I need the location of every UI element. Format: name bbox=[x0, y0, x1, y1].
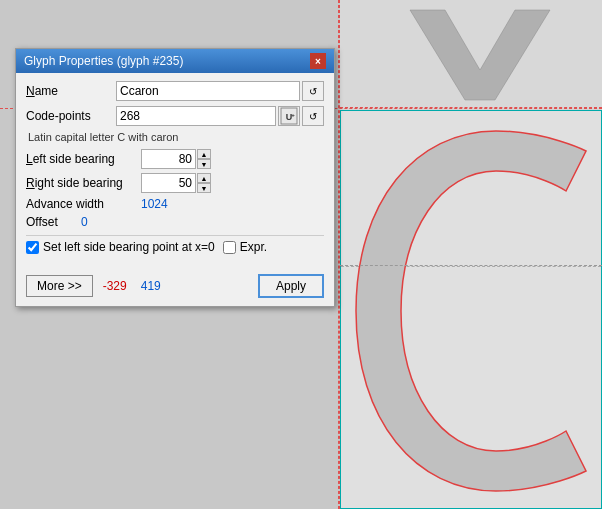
codepoints-row: Code-points U + ↺ bbox=[26, 106, 324, 126]
left-bearing-row: Left side bearing ▲ ▼ bbox=[26, 149, 324, 169]
unicode-button[interactable]: U + bbox=[278, 106, 300, 126]
more-button[interactable]: More >> bbox=[26, 275, 93, 297]
expr-label: Expr. bbox=[240, 240, 267, 254]
left-bearing-down[interactable]: ▼ bbox=[197, 159, 211, 169]
right-bearing-spinners: ▲ ▼ bbox=[197, 173, 211, 193]
glyph-description: Latin capital letter C with caron bbox=[26, 131, 324, 143]
name-input-group: ↺ bbox=[116, 81, 324, 101]
name-label: NNameame bbox=[26, 84, 116, 98]
name-refresh-button[interactable]: ↺ bbox=[302, 81, 324, 101]
divider bbox=[26, 235, 324, 236]
dialog-title: Glyph Properties (glyph #235) bbox=[24, 54, 183, 68]
dialog-titlebar: Glyph Properties (glyph #235) × bbox=[16, 49, 334, 73]
red-vertical-guide bbox=[338, 0, 339, 509]
offset-value: 0 bbox=[81, 215, 88, 229]
codepoints-label: Code-points bbox=[26, 109, 116, 123]
right-bearing-input[interactable] bbox=[141, 173, 196, 193]
svg-marker-0 bbox=[410, 10, 550, 100]
dialog-footer: More >> -329 419 Apply bbox=[16, 270, 334, 306]
right-bearing-down[interactable]: ▼ bbox=[197, 183, 211, 193]
offset-row: Offset 0 bbox=[26, 215, 324, 229]
right-bearing-label: Right side bearing bbox=[26, 176, 141, 190]
advance-width-label: Advance width bbox=[26, 197, 141, 211]
apply-button[interactable]: Apply bbox=[258, 274, 324, 298]
glyph-properties-dialog: Glyph Properties (glyph #235) × NNameame… bbox=[15, 48, 335, 307]
v-glyph bbox=[400, 5, 560, 108]
checkbox-label: Set left side bearing point at x=0 bbox=[43, 240, 215, 254]
top-glyph-panel bbox=[340, 0, 602, 108]
name-input[interactable] bbox=[116, 81, 300, 101]
left-bearing-input[interactable] bbox=[141, 149, 196, 169]
codepoints-input[interactable] bbox=[116, 106, 276, 126]
checkbox-row: Set left side bearing point at x=0 Expr. bbox=[26, 240, 324, 254]
negative-value: -329 bbox=[103, 279, 127, 293]
bottom-glyph-panel bbox=[340, 110, 602, 509]
advance-width-value: 1024 bbox=[141, 197, 168, 211]
codepoints-input-group: U + ↺ bbox=[116, 106, 324, 126]
c-glyph bbox=[346, 121, 596, 504]
dialog-close-button[interactable]: × bbox=[310, 53, 326, 69]
gray-horizontal-divider bbox=[340, 265, 602, 266]
right-bearing-row: Right side bearing ▲ ▼ bbox=[26, 173, 324, 193]
offset-label: Offset bbox=[26, 215, 81, 229]
advance-width-row: Advance width 1024 bbox=[26, 197, 324, 211]
codepoints-refresh-button[interactable]: ↺ bbox=[302, 106, 324, 126]
dialog-content: NNameame ↺ Code-points U + ↺ bbox=[16, 73, 334, 270]
left-bearing-label: Left side bearing bbox=[26, 152, 141, 166]
positive-value: 419 bbox=[141, 279, 161, 293]
left-bearing-up[interactable]: ▲ bbox=[197, 149, 211, 159]
right-bearing-up[interactable]: ▲ bbox=[197, 173, 211, 183]
expr-checkbox[interactable] bbox=[223, 241, 236, 254]
expr-section: Expr. bbox=[223, 240, 267, 254]
left-bearing-spinners: ▲ ▼ bbox=[197, 149, 211, 169]
set-bearing-checkbox[interactable] bbox=[26, 241, 39, 254]
svg-text:+: + bbox=[291, 112, 295, 118]
name-row: NNameame ↺ bbox=[26, 81, 324, 101]
